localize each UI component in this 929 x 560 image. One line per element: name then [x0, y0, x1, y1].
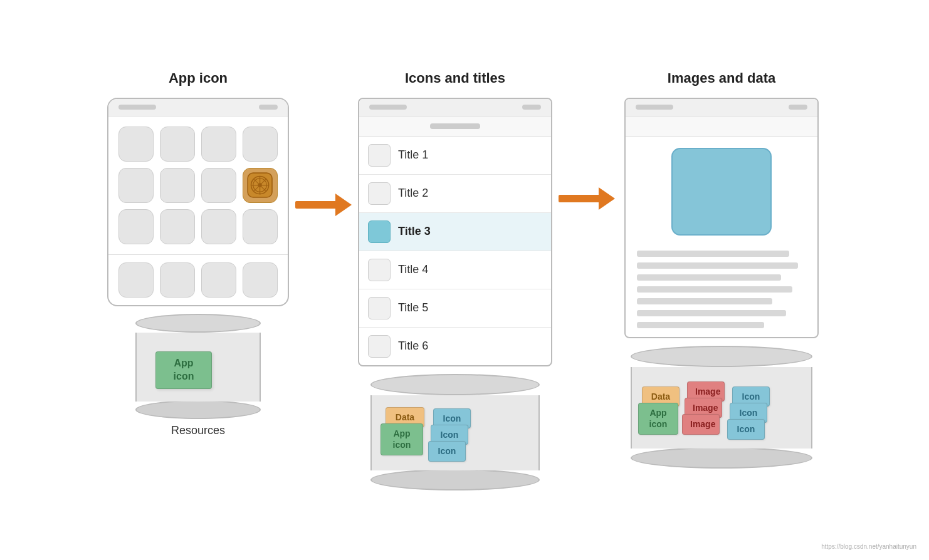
- cylinder-1: Appicon: [135, 314, 261, 419]
- cylinder-2-wrapper: Data Appicon Icon Icon Icon: [370, 374, 540, 490]
- cyl3-top: [631, 346, 812, 367]
- resources-label: Resources: [171, 424, 225, 437]
- detail-status-pill-l: [636, 105, 673, 110]
- cards-group-3: Data Appicon Image Image Image Icon Ic: [638, 386, 770, 440]
- list-icon-5: [368, 297, 391, 319]
- arrow-1: [295, 195, 352, 214]
- list-nav-pill: [430, 123, 480, 129]
- list-title-5: Title 5: [398, 301, 428, 314]
- blue-stack-3: Icon Icon Icon: [727, 386, 770, 440]
- list-title-6: Title 6: [398, 340, 428, 353]
- list-item-1: Title 1: [359, 137, 551, 175]
- text-line-6: [637, 310, 786, 316]
- dock-cell-1: [160, 262, 195, 298]
- arrow-1-container: [289, 195, 358, 214]
- app-cell-2-2: [201, 209, 236, 244]
- list-status-pill-r: [522, 105, 541, 110]
- list-title-4: Title 4: [398, 263, 428, 276]
- list-icon-3: [368, 220, 391, 243]
- cyl2-top: [370, 374, 540, 395]
- list-status-pill-l: [369, 105, 407, 110]
- cards-group-2: Data Appicon Icon Icon Icon: [381, 408, 471, 462]
- orange-card-stack: Data Appicon: [381, 407, 424, 455]
- app-icon-column: App icon: [107, 70, 289, 437]
- app-cell-0-1: [160, 127, 195, 162]
- detail-image: [671, 148, 772, 236]
- dock-cell-2: [201, 262, 236, 298]
- detail-image-wrapper: [626, 137, 817, 242]
- text-line-5: [637, 298, 772, 304]
- compass-icon: [246, 172, 273, 199]
- cyl3-body: Data Appicon Image Image Image Icon Ic: [631, 367, 812, 449]
- text-line-1: [637, 251, 789, 257]
- app-cell-0-2: [201, 127, 236, 162]
- app-icon-title: App icon: [169, 70, 228, 86]
- app-cell-highlight: [243, 168, 278, 203]
- app-grid: [108, 117, 288, 255]
- diagram-container: App icon: [70, 51, 859, 509]
- orange-green-stack: Data Appicon: [638, 386, 680, 435]
- cyl-bottom-1: [135, 400, 261, 419]
- app-cell-0-0: [118, 127, 154, 162]
- arrow-2-container: [552, 189, 621, 208]
- red-stack: Image Image Image: [682, 381, 725, 435]
- app-cell-1-2: [201, 168, 236, 203]
- icons-titles-heading: Icons and titles: [405, 70, 505, 86]
- icons-titles-column: Icons and titles Title 1 Title 2 Title 3: [358, 70, 552, 490]
- images-data-heading: Images and data: [668, 70, 775, 86]
- card-app-icon-1: Appicon: [155, 351, 212, 389]
- watermark: https://blog.csdn.net/yanhaitunyun: [821, 543, 916, 550]
- list-icon-2: [368, 182, 391, 205]
- text-line-3: [637, 274, 781, 281]
- status-pill-right: [259, 105, 278, 110]
- db-stack-3: Data Appicon Image Image Image Icon Ic: [621, 346, 822, 469]
- cylinder-3-wrapper: Data Appicon Image Image Image Icon Ic: [631, 346, 812, 469]
- svg-point-7: [258, 183, 262, 187]
- detail-status-pill-r: [789, 105, 807, 110]
- cyl2-bottom: [370, 469, 540, 490]
- app-cell-0-3: [243, 127, 278, 162]
- icon-card-3-bot: Icon: [727, 419, 765, 439]
- arrow-shaft-2: [559, 195, 599, 202]
- phone-wireframe: [107, 98, 289, 306]
- text-line-4: [637, 286, 792, 293]
- app-cell-2-3: [243, 209, 278, 244]
- db-stack-2: Data Appicon Icon Icon Icon: [358, 374, 552, 490]
- list-item-5: Title 5: [359, 289, 551, 328]
- list-status-bar: [359, 99, 551, 117]
- arrow-2: [559, 189, 615, 208]
- cyl-top-1: [135, 314, 261, 333]
- detail-nav-bar: [626, 117, 817, 137]
- list-item-6: Title 6: [359, 328, 551, 365]
- app-cell-1-1: [160, 168, 195, 203]
- list-title-1: Title 1: [398, 148, 428, 162]
- app-icon-card-2: Appicon: [381, 423, 423, 455]
- list-item-4: Title 4: [359, 251, 551, 289]
- status-pill-left: [118, 105, 156, 110]
- cyl-body-1: Appicon: [135, 333, 261, 402]
- detail-wireframe: [624, 98, 819, 338]
- dock-cell-3: [243, 262, 278, 298]
- arrow-shaft-1: [295, 201, 335, 209]
- app-cell-2-0: [118, 209, 154, 244]
- app-cell-1-0: [118, 168, 154, 203]
- images-data-column: Images and data: [621, 70, 822, 469]
- list-icon-4: [368, 259, 391, 281]
- app-icon-card-3: Appicon: [638, 403, 678, 434]
- db-container-1: Appicon: [107, 314, 289, 419]
- text-line-2: [637, 262, 798, 269]
- text-line-7: [637, 322, 764, 328]
- detail-text-lines: [626, 242, 817, 337]
- cyl2-body: Data Appicon Icon Icon Icon: [370, 395, 540, 470]
- list-item-2: Title 2: [359, 175, 551, 213]
- phone-status-bar: [108, 99, 288, 117]
- arrow-head-1: [335, 194, 352, 216]
- list-wireframe: Title 1 Title 2 Title 3 Title 4 Title 5 …: [358, 98, 552, 366]
- list-title-2: Title 2: [398, 187, 428, 200]
- blue-card-stack: Icon Icon Icon: [428, 408, 471, 462]
- list-title-3: Title 3: [398, 225, 431, 238]
- list-icon-6: [368, 335, 391, 358]
- image-card-bot: Image: [682, 414, 720, 434]
- cyl3-bottom: [631, 447, 812, 469]
- dock-cell-0: [118, 262, 154, 298]
